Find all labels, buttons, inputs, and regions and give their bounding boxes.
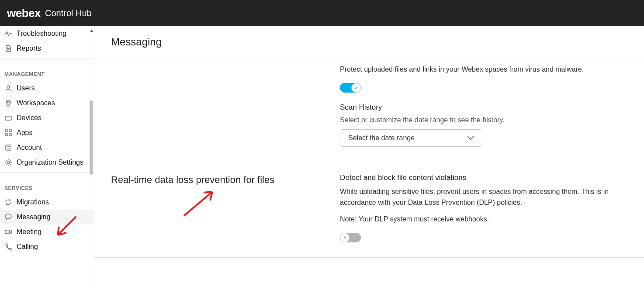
page-header: Messaging [94, 26, 644, 56]
date-range-select[interactable]: Select the date range [340, 129, 482, 147]
sidebar-item-label: Migrations [17, 198, 49, 206]
sidebar-item-meeting[interactable]: Meeting [0, 224, 94, 239]
dlp-note: Note: Your DLP system must receive webho… [340, 214, 627, 225]
sidebar-item-label: Users [17, 84, 35, 92]
date-range-placeholder: Select the date range [348, 134, 415, 142]
svg-rect-9 [5, 230, 10, 234]
section-divider [94, 257, 644, 258]
sidebar-item-label: Workspaces [17, 99, 55, 107]
meeting-icon [4, 228, 12, 236]
section-dlp: Real-time data loss prevention for files… [94, 160, 644, 257]
chat-icon [4, 213, 12, 221]
svg-rect-2 [5, 116, 11, 120]
scan-history-heading: Scan History [340, 103, 627, 112]
user-icon [4, 84, 12, 92]
sidebar-item-devices[interactable]: Devices [0, 110, 94, 125]
gear-icon [4, 159, 12, 166]
phone-icon [4, 243, 12, 251]
sidebar-item-label: Calling [17, 243, 38, 251]
sidebar-item-workspaces[interactable]: Workspaces [0, 96, 94, 110]
sidebar-item-label: Apps [17, 129, 32, 137]
activity-icon [4, 30, 12, 38]
svg-rect-7 [6, 145, 11, 150]
sidebar-item-apps[interactable]: Apps [0, 125, 94, 140]
dlp-heading: Detect and block file content violations [340, 173, 627, 182]
dlp-title: Real-time data loss prevention for files [111, 173, 277, 186]
sidebar-item-troubleshooting[interactable]: Troubleshooting [0, 26, 94, 41]
dlp-desc: While uploading sensitive files, prevent… [340, 186, 627, 208]
sidebar-item-org-settings[interactable]: Organization Settings [0, 155, 94, 170]
sidebar-item-migrations[interactable]: Migrations [0, 195, 94, 210]
device-icon [4, 114, 12, 122]
apps-icon [4, 129, 12, 137]
svg-rect-3 [5, 130, 7, 132]
sidebar-item-account[interactable]: Account [0, 140, 94, 155]
annotation-arrow [182, 190, 230, 222]
svg-rect-6 [9, 134, 11, 136]
main-content: Messaging Protect uploaded files and lin… [94, 26, 644, 283]
sidebar: Troubleshooting Reports MANAGEMENT Users… [0, 26, 94, 283]
svg-point-0 [7, 86, 10, 88]
sidebar-item-label: Account [17, 144, 42, 152]
sidebar-heading-management: MANAGEMENT [0, 62, 94, 81]
sidebar-item-messaging[interactable]: Messaging [0, 210, 94, 224]
sidebar-item-users[interactable]: Users [0, 81, 94, 96]
svg-rect-5 [5, 134, 7, 136]
protect-toggle[interactable] [340, 83, 361, 93]
svg-rect-4 [9, 130, 11, 132]
divider [0, 59, 94, 59]
sidebar-item-label: Troubleshooting [17, 30, 66, 38]
sidebar-heading-services: SERVICES [0, 176, 94, 195]
file-icon [4, 45, 12, 52]
sidebar-scrollbar[interactable]: ▲ [89, 26, 94, 283]
sidebar-item-reports[interactable]: Reports [0, 41, 94, 56]
sidebar-item-label: Organization Settings [17, 159, 83, 166]
svg-point-8 [7, 161, 10, 164]
scan-history-hint: Select or customize the date range to se… [340, 116, 627, 124]
sidebar-item-calling[interactable]: Calling [0, 239, 94, 254]
brand-sub: Control Hub [45, 8, 92, 18]
sidebar-item-label: Devices [17, 114, 42, 122]
sidebar-item-label: Meeting [17, 228, 42, 236]
dlp-toggle[interactable] [340, 233, 361, 242]
scrollbar-thumb[interactable] [90, 100, 93, 175]
sidebar-item-label: Reports [17, 45, 41, 52]
app-header: webex Control Hub [0, 0, 644, 26]
account-icon [4, 144, 12, 152]
section-virus-protection: Protect uploaded files and links in your… [94, 56, 644, 160]
protect-desc: Protect uploaded files and links in your… [340, 64, 627, 75]
brand-logo: webex [7, 7, 41, 20]
scroll-up-icon: ▲ [90, 28, 94, 33]
page-title: Messaging [111, 36, 627, 48]
chevron-down-icon [467, 136, 474, 140]
pin-icon [4, 99, 12, 107]
svg-point-1 [7, 101, 9, 103]
divider [0, 173, 94, 173]
refresh-icon [4, 198, 12, 206]
sidebar-item-label: Messaging [17, 213, 50, 221]
